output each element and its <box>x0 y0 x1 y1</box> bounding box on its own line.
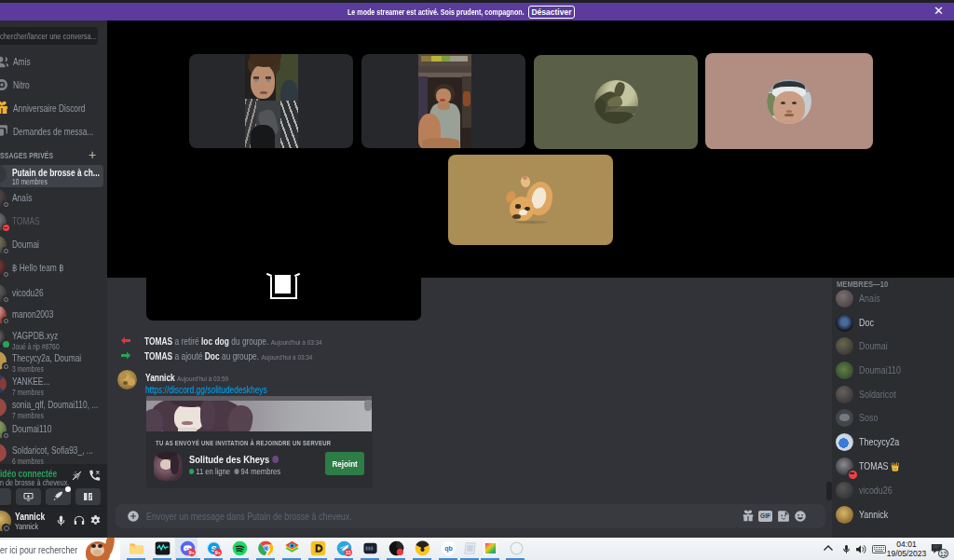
svg-text:9+: 9+ <box>215 550 221 555</box>
svg-text:13: 13 <box>346 551 351 555</box>
svg-text:9+: 9+ <box>189 550 195 555</box>
svg-text:qb: qb <box>444 545 453 553</box>
